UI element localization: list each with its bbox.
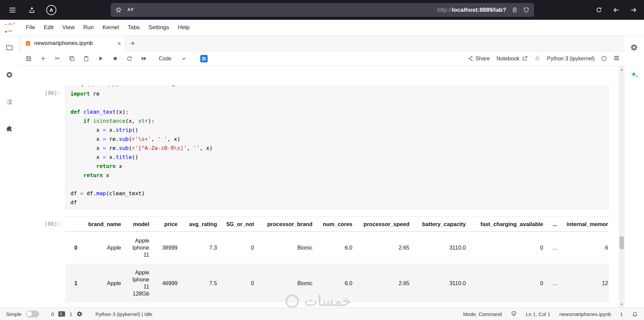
jupyter-logo-icon — [4, 21, 16, 34]
code-cell-editor[interactable]: import re def clean_text(x): if isinstan… — [65, 86, 609, 209]
right-sidebar — [625, 36, 644, 308]
kernel-sessions-button[interactable] — [77, 311, 83, 317]
dock-tab-bar: newsmartphones.ipynb × + — [19, 36, 625, 51]
scroll-up-arrow-icon[interactable]: ▲ — [619, 67, 625, 72]
df-index-cell: 1 — [65, 264, 82, 303]
code-line: return x — [70, 171, 608, 180]
menu-item-settings[interactable]: Settings — [144, 20, 173, 35]
menu-item-kernel[interactable]: Kernel — [98, 20, 123, 35]
bookmark-star-icon[interactable] — [115, 7, 122, 13]
property-inspector-button[interactable] — [631, 44, 638, 53]
reload-button[interactable] — [594, 5, 604, 15]
bug-icon — [534, 55, 540, 61]
open-in-notebook-link[interactable]: Notebook — [496, 56, 528, 62]
file-browser-icon[interactable] — [6, 44, 13, 53]
scroll-down-arrow-icon[interactable]: ▼ — [619, 302, 625, 307]
scrollbar-thumb[interactable] — [620, 236, 624, 249]
menu-item-file[interactable]: File — [21, 20, 39, 35]
format-sliders-icon — [200, 55, 208, 62]
tracking-shield-icon[interactable] — [523, 7, 529, 13]
restart-run-all-button[interactable] — [139, 54, 149, 64]
df-column-header: battery_capacity — [414, 217, 471, 232]
format-cells-button[interactable] — [200, 55, 208, 62]
df-cell: 0 — [222, 232, 259, 264]
svg-text:A: A — [127, 7, 130, 12]
running-kernels-icon[interactable] — [6, 71, 13, 80]
table-of-contents-icon[interactable] — [6, 98, 13, 107]
df-column-header: avg_rating — [182, 217, 222, 232]
restart-kernel-button[interactable] — [124, 54, 135, 64]
profile-avatar[interactable]: A — [46, 5, 56, 15]
menu-item-run[interactable]: Run — [79, 20, 98, 35]
df-column-header: 5G_or_not — [222, 217, 259, 232]
df-cell: 3110.0 — [414, 264, 471, 303]
df-cell: Apple Iphone 11 — [126, 232, 154, 264]
insert-cell-button[interactable] — [38, 54, 48, 64]
menu-item-edit[interactable]: Edit — [39, 20, 58, 35]
translate-icon[interactable]: A — [127, 7, 134, 13]
code-line: x = re.sub(r'[^A-Za-z0-9\s]', '', x) — [70, 144, 608, 153]
url-bar[interactable]: A http://localhost:8889/lab? — [111, 3, 534, 17]
cursor-position[interactable]: Ln 1, Col 1 — [526, 311, 550, 317]
df-column-header: ... — [548, 217, 562, 232]
df-cell: 0 — [222, 264, 259, 303]
forward-arrow-icon — [630, 7, 637, 13]
fast-forward-icon — [141, 55, 147, 62]
gear-icon — [77, 311, 83, 317]
toolbar-menu-button[interactable] — [613, 55, 620, 63]
copy-cell-button[interactable] — [67, 54, 77, 64]
notifications-button[interactable] — [632, 311, 638, 317]
forward-button[interactable] — [629, 5, 639, 15]
share-nodes-icon — [468, 56, 473, 61]
extensions-icon[interactable] — [6, 125, 13, 134]
share-button[interactable]: Share — [468, 56, 490, 62]
shield-check-icon — [511, 311, 517, 317]
copy-page-icon[interactable] — [512, 7, 518, 13]
browser-menu-button[interactable] — [7, 5, 17, 15]
code-line — [70, 180, 608, 189]
df-cell: 6.0 — [317, 232, 357, 264]
save-button[interactable] — [23, 54, 34, 64]
terminal-count[interactable]: 0 — [51, 311, 54, 317]
interrupt-kernel-button[interactable] — [110, 54, 120, 64]
simple-mode-toggle[interactable] — [26, 311, 39, 317]
code-line: def clean_text(x): — [70, 107, 608, 116]
menu-item-view[interactable]: View — [58, 20, 79, 35]
hamburger-icon — [613, 55, 620, 61]
notification-count[interactable]: 1 — [620, 311, 623, 317]
dataframe-output: brand_namemodelpriceavg_rating5G_or_notp… — [65, 216, 609, 308]
menu-item-help[interactable]: Help — [173, 20, 194, 35]
ai-assistant-button[interactable] — [630, 70, 639, 80]
kernel-count[interactable]: 1 — [69, 311, 72, 317]
code-line — [70, 98, 608, 107]
df-cell: Apple — [82, 232, 126, 264]
tab-close-icon[interactable]: × — [117, 40, 121, 47]
df-column-header: model — [126, 217, 154, 232]
output-prompt: [86]: — [25, 221, 60, 227]
tab-newsmartphones[interactable]: newsmartphones.ipynb × — [21, 36, 125, 51]
dataframe-table: brand_namemodelpriceavg_rating5G_or_notp… — [65, 216, 609, 303]
kernel-status-text[interactable]: Python 3 (ipykernel) | Idle — [96, 311, 153, 317]
tab-title: newsmartphones.ipynb — [34, 40, 93, 47]
url-host: localhost:8889/lab? — [452, 7, 506, 13]
table-row: 0AppleApple Iphone 11389997.30Bionic6.02… — [65, 232, 609, 264]
menu-item-tabs[interactable]: Tabs — [123, 20, 144, 35]
df-column-header: internal_memor — [562, 217, 609, 232]
terminal-icon[interactable]: $_ — [58, 311, 65, 317]
new-tab-button[interactable]: + — [125, 36, 140, 51]
paste-cell-button[interactable] — [81, 54, 91, 64]
cell-type-dropdown[interactable]: Code — [159, 56, 186, 62]
run-cell-button[interactable] — [96, 54, 106, 64]
debugger-button[interactable] — [534, 55, 540, 62]
back-button[interactable] — [611, 5, 621, 15]
cut-cell-button[interactable]: ✂ — [52, 54, 62, 64]
df-column-header: price — [154, 217, 182, 232]
copy-icon — [69, 55, 75, 62]
code-line: x = re.sub(r'\s+', ' ', x) — [70, 135, 608, 144]
browser-share-button[interactable] — [27, 5, 37, 15]
trust-indicator — [511, 311, 517, 317]
kernel-name[interactable]: Python 3 (ipykernel) — [547, 56, 595, 62]
notebook-scrollbar[interactable]: ▲ ▼ — [619, 66, 625, 308]
menu-bar-items: FileEditViewRunKernelTabsSettingsHelp — [21, 20, 194, 35]
code-line: if isinstance(x, str): — [70, 116, 608, 125]
